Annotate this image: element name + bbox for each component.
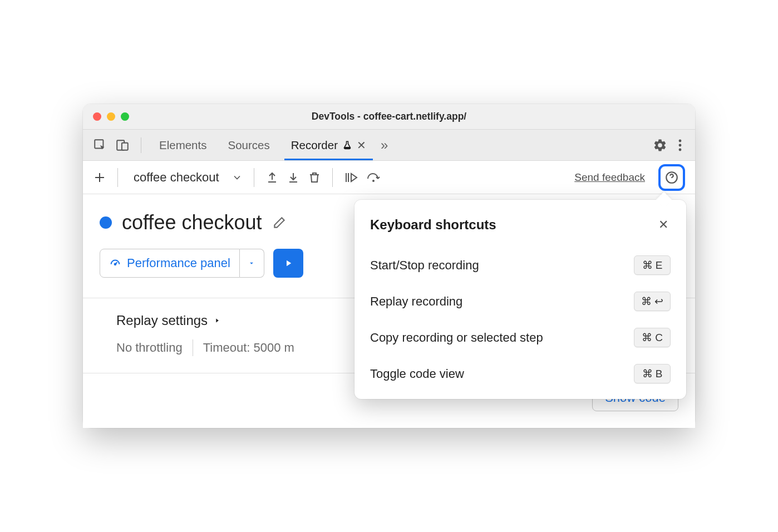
panel-tabbar: Elements Sources Recorder ✕ »	[83, 130, 695, 161]
help-button[interactable]	[658, 164, 685, 191]
shortcut-keys: ⌘ ↩	[634, 292, 671, 311]
step-over-icon[interactable]	[366, 171, 382, 184]
step-replay-icon[interactable]	[344, 171, 358, 184]
devtools-window: DevTools - coffee-cart.netlify.app/ Elem…	[83, 104, 695, 428]
tab-recorder-label: Recorder	[291, 139, 338, 152]
chevron-down-icon[interactable]	[232, 172, 243, 183]
shortcut-row: Toggle code view ⌘ B	[370, 364, 671, 383]
import-icon[interactable]	[287, 171, 300, 184]
separator	[332, 168, 333, 187]
export-icon[interactable]	[265, 171, 279, 184]
maximize-window-button[interactable]	[121, 112, 129, 121]
timeout-value: Timeout: 5000 m	[203, 341, 294, 355]
throttling-value: No throttling	[116, 341, 183, 355]
replay-settings-label: Replay settings	[116, 313, 208, 328]
svg-point-3	[679, 139, 682, 142]
keyboard-shortcuts-popover: Keyboard shortcuts ✕ Start/Stop recordin…	[354, 200, 686, 399]
replay-button[interactable]	[273, 249, 303, 278]
settings-gear-icon[interactable]	[653, 138, 667, 152]
performance-panel-label: Performance panel	[127, 256, 230, 270]
tab-recorder[interactable]: Recorder ✕	[284, 131, 373, 160]
shortcut-row: Replay recording ⌘ ↩	[370, 292, 671, 311]
kebab-menu-icon[interactable]	[675, 139, 685, 152]
shortcut-keys: ⌘ E	[634, 255, 671, 275]
titlebar: DevTools - coffee-cart.netlify.app/	[83, 104, 695, 130]
flask-icon	[342, 140, 352, 150]
svg-point-5	[679, 148, 682, 151]
shortcut-row: Start/Stop recording ⌘ E	[370, 255, 671, 275]
svg-point-4	[679, 144, 682, 146]
shortcut-row: Copy recording or selected step ⌘ C	[370, 328, 671, 347]
minimize-window-button[interactable]	[107, 112, 115, 121]
tab-sources-label: Sources	[228, 139, 269, 152]
shortcut-label: Toggle code view	[370, 367, 464, 381]
separator	[254, 168, 254, 187]
shortcut-keys: ⌘ C	[634, 328, 671, 347]
svg-point-6	[372, 180, 375, 182]
window-title: DevTools - coffee-cart.netlify.app/	[312, 111, 466, 122]
close-tab-icon[interactable]: ✕	[357, 139, 366, 152]
separator	[193, 339, 193, 356]
recording-selector[interactable]: coffee checkout	[129, 170, 224, 185]
traffic-lights	[93, 112, 129, 121]
popover-close-button[interactable]: ✕	[656, 215, 671, 234]
close-window-button[interactable]	[93, 112, 101, 121]
shortcut-label: Copy recording or selected step	[370, 331, 543, 345]
separator	[117, 168, 118, 187]
new-recording-button[interactable]	[93, 171, 106, 184]
send-feedback-link[interactable]: Send feedback	[574, 171, 645, 184]
shortcut-label: Replay recording	[370, 294, 462, 309]
popover-title: Keyboard shortcuts	[370, 217, 496, 233]
recording-status-dot	[100, 216, 112, 229]
svg-point-8	[115, 263, 116, 265]
tab-elements[interactable]: Elements	[152, 131, 213, 160]
gauge-icon	[109, 257, 121, 269]
recording-title: coffee checkout	[122, 211, 262, 234]
inspect-element-icon[interactable]	[93, 138, 107, 152]
shortcut-keys: ⌘ B	[634, 364, 671, 383]
chevron-right-icon	[213, 317, 221, 324]
tab-elements-label: Elements	[159, 139, 206, 152]
performance-panel-button[interactable]: Performance panel	[100, 249, 240, 278]
more-tabs-icon[interactable]: »	[381, 137, 388, 153]
tab-sources[interactable]: Sources	[221, 131, 276, 160]
edit-title-icon[interactable]	[272, 215, 287, 230]
device-toolbar-icon[interactable]	[115, 138, 130, 152]
performance-dropdown-button[interactable]	[240, 249, 264, 278]
separator	[141, 137, 141, 153]
delete-icon[interactable]	[308, 171, 321, 184]
svg-rect-2	[122, 142, 128, 150]
recorder-toolbar: coffee checkout Send feedback	[83, 161, 695, 194]
shortcut-label: Start/Stop recording	[370, 258, 479, 273]
